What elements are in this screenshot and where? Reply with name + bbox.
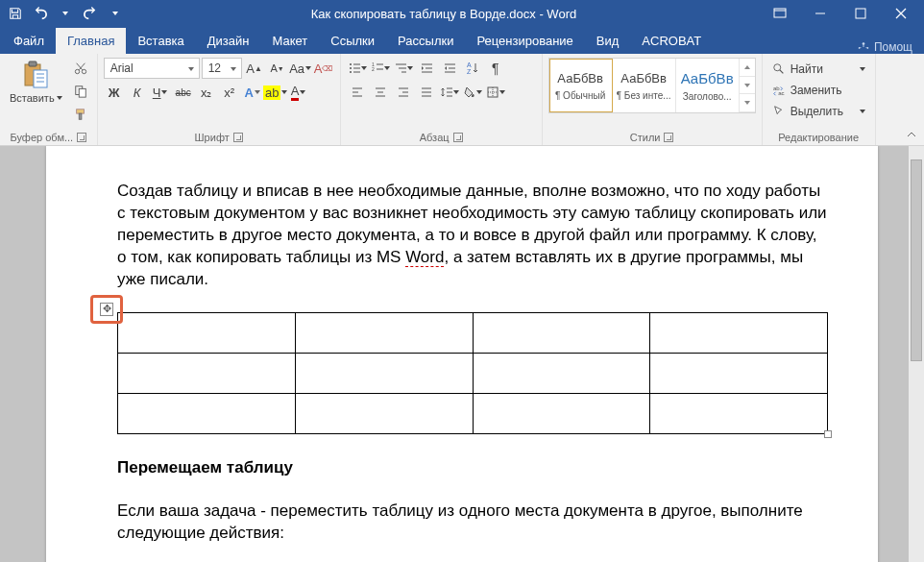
tab-home[interactable]: Главная — [56, 28, 126, 54]
styles-gallery: АаБбВв ¶ Обычный АаБбВв ¶ Без инте... Аа… — [548, 58, 756, 113]
table-container: ✥ — [117, 312, 828, 434]
document-area[interactable]: Создав таблицу и вписав в нее необходимы… — [0, 146, 924, 562]
table-row[interactable] — [118, 393, 828, 433]
grow-font-button[interactable]: A▲ — [244, 58, 265, 79]
strikethrough-button[interactable]: abc — [173, 82, 194, 103]
replace-button[interactable]: abacЗаменить — [768, 81, 869, 100]
decrease-indent-button[interactable] — [416, 58, 437, 79]
svg-rect-21 — [76, 110, 84, 113]
styles-expand[interactable] — [740, 94, 755, 112]
window-controls — [761, 0, 920, 27]
align-right-button[interactable] — [393, 82, 414, 103]
group-styles: АаБбВв ¶ Обычный АаБбВв ¶ Без инте... Аа… — [543, 54, 763, 145]
vertical-scrollbar[interactable] — [909, 146, 924, 562]
tab-file[interactable]: Файл — [2, 28, 56, 54]
tab-layout[interactable]: Макет — [260, 28, 319, 54]
find-button[interactable]: Найти — [768, 60, 869, 79]
highlight-button[interactable]: ab — [265, 82, 286, 103]
styles-launcher[interactable] — [664, 133, 673, 142]
collapse-ribbon-button[interactable] — [903, 128, 920, 141]
style-no-spacing[interactable]: АаБбВв ¶ Без инте... — [613, 59, 676, 112]
sort-button[interactable]: AZ — [462, 58, 483, 79]
qat-customize[interactable] — [104, 3, 127, 24]
svg-line-63 — [780, 70, 784, 74]
svg-text:Z: Z — [467, 68, 472, 75]
format-painter-button[interactable] — [70, 104, 91, 125]
svg-point-8 — [866, 47, 868, 49]
style-heading1[interactable]: АаБбВв Заголово... — [676, 59, 740, 112]
table-row[interactable] — [118, 312, 828, 353]
clear-formatting-button[interactable]: A⌫ — [313, 58, 334, 79]
paragraph-2[interactable]: Если ваша задача - переместить таблицу и… — [117, 501, 828, 545]
tell-me-search[interactable]: Помощ — [857, 40, 922, 54]
styles-scroll — [740, 59, 755, 112]
window-title: Как скопировать таблицу в Ворде.docx - W… — [127, 7, 761, 21]
numbering-button[interactable]: 12 — [370, 58, 391, 79]
undo-dropdown[interactable] — [54, 3, 77, 24]
subscript-button[interactable]: x₂ — [196, 82, 217, 103]
svg-text:ac: ac — [778, 89, 784, 96]
tab-mailings[interactable]: Рассылки — [386, 28, 465, 54]
align-center-button[interactable] — [370, 82, 391, 103]
styles-up[interactable] — [740, 59, 755, 77]
styles-down[interactable] — [740, 77, 755, 95]
shrink-font-button[interactable]: A▼ — [267, 58, 288, 79]
align-left-button[interactable] — [347, 82, 368, 103]
table-row[interactable] — [118, 353, 828, 393]
clipboard-launcher[interactable] — [77, 133, 86, 142]
svg-rect-20 — [79, 88, 85, 97]
paste-icon — [20, 60, 51, 90]
bold-button[interactable]: Ж — [104, 82, 125, 103]
svg-text:2: 2 — [372, 66, 375, 72]
italic-button[interactable]: К — [127, 82, 148, 103]
ribbon: Вставить Буфер обм... Arial 12 A▲ A▼ Aa … — [0, 54, 924, 146]
change-case-button[interactable]: Aa — [290, 58, 311, 79]
undo-button[interactable] — [29, 3, 52, 24]
redo-button[interactable] — [79, 3, 102, 24]
borders-button[interactable] — [485, 82, 506, 103]
justify-button[interactable] — [416, 82, 437, 103]
superscript-button[interactable]: x² — [219, 82, 240, 103]
tab-acrobat[interactable]: ACROBAT — [630, 28, 713, 54]
scrollbar-thumb[interactable] — [911, 159, 922, 361]
minimize-button[interactable] — [801, 0, 839, 27]
svg-point-7 — [859, 47, 861, 49]
select-button[interactable]: Выделить — [768, 102, 869, 121]
tab-view[interactable]: Вид — [585, 28, 631, 54]
tab-insert[interactable]: Вставка — [126, 28, 195, 54]
cut-button[interactable] — [70, 58, 91, 79]
tab-references[interactable]: Ссылки — [319, 28, 386, 54]
paragraph-1[interactable]: Создав таблицу и вписав в нее необходимы… — [117, 181, 828, 291]
multilevel-list-button[interactable] — [393, 58, 414, 79]
text-effects-button[interactable]: A — [242, 82, 263, 103]
style-normal[interactable]: АаБбВв ¶ Обычный — [549, 59, 613, 112]
svg-rect-3 — [856, 9, 865, 18]
underline-button[interactable]: Ч — [150, 82, 171, 103]
paragraph-launcher[interactable] — [453, 133, 463, 142]
table-move-handle[interactable]: ✥ — [100, 303, 113, 316]
font-color-button[interactable]: A — [288, 82, 309, 103]
document-table[interactable] — [117, 312, 828, 434]
maximize-button[interactable] — [841, 0, 880, 27]
svg-point-62 — [773, 64, 780, 71]
paste-button[interactable]: Вставить — [6, 58, 66, 106]
font-launcher[interactable] — [233, 133, 243, 142]
group-font: Arial 12 A▲ A▼ Aa A⌫ Ж К Ч abc x₂ x² A a… — [98, 54, 341, 145]
font-name-select[interactable]: Arial — [104, 58, 200, 79]
show-marks-button[interactable]: ¶ — [485, 58, 506, 79]
save-button[interactable] — [4, 3, 27, 24]
ribbon-options-button[interactable] — [761, 0, 799, 27]
table-resize-handle[interactable] — [824, 430, 832, 438]
shading-button[interactable] — [462, 82, 483, 103]
tab-design[interactable]: Дизайн — [196, 28, 261, 54]
svg-point-16 — [82, 69, 85, 73]
font-size-select[interactable]: 12 — [202, 58, 242, 79]
line-spacing-button[interactable] — [439, 82, 460, 103]
copy-button[interactable] — [70, 81, 91, 102]
increase-indent-button[interactable] — [439, 58, 460, 79]
page[interactable]: Создав таблицу и вписав в нее необходимы… — [46, 146, 878, 562]
close-button[interactable] — [882, 0, 920, 27]
bullets-button[interactable] — [347, 58, 368, 79]
heading-move-table[interactable]: Перемещаем таблицу — [117, 457, 828, 479]
tab-review[interactable]: Рецензирование — [465, 28, 584, 54]
